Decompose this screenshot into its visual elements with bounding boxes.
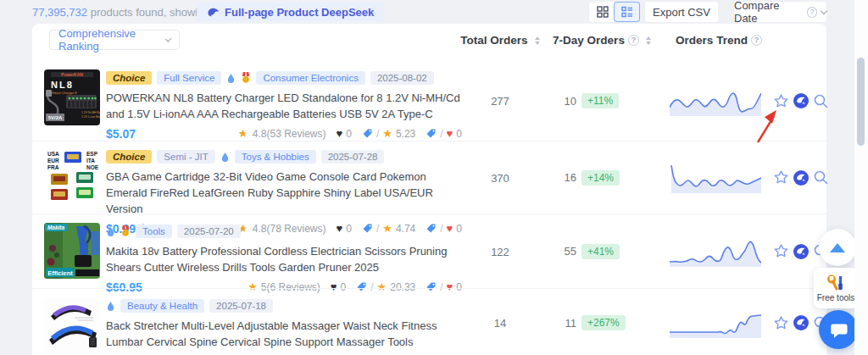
magnifier-icon	[813, 93, 829, 109]
svg-text:EUR: EUR	[47, 158, 59, 164]
orders-trend-sparkline	[670, 236, 761, 267]
deepseek-circle-icon	[793, 243, 810, 260]
category-badge[interactable]: Toys & Hobbies	[235, 150, 316, 164]
list-view-icon	[621, 6, 633, 18]
product-row: PowerKAN NL8 Smart Charger 8 5V/2A 1.2V …	[32, 61, 826, 141]
search-similar-button[interactable]	[813, 169, 829, 186]
question-icon: ?	[751, 35, 762, 46]
water-drop-icon	[106, 226, 115, 237]
product-image[interactable]: USA EUR FRA ESP ITA NOE	[44, 148, 100, 204]
deepseek-circle-icon	[793, 92, 810, 109]
7day-orders-cell: 11 +267%	[536, 315, 671, 330]
deepseek-circle-icon	[793, 169, 810, 186]
total-orders-value: 370	[456, 171, 544, 184]
export-csv-button[interactable]: Export CSV	[645, 2, 718, 22]
category-badge[interactable]: Consumer Electronics	[256, 71, 364, 85]
product-title[interactable]: Makita 18v Battery Professional Cordless…	[106, 244, 462, 276]
7day-orders-cell: 16 +14%	[536, 170, 671, 186]
date-badge: 2025-08-02	[370, 71, 434, 85]
growth-badge: +14%	[581, 170, 620, 186]
grid-view-icon	[597, 6, 609, 18]
favorite-star-button[interactable]	[773, 314, 789, 331]
svg-text:ITA: ITA	[86, 158, 95, 164]
question-icon: ?	[628, 35, 639, 46]
results-count: 77,395,732	[32, 6, 87, 19]
search-similar-button[interactable]	[813, 92, 829, 109]
svg-text:NOE: NOE	[86, 164, 99, 170]
medal-icon	[120, 225, 131, 237]
star-outline-icon	[773, 243, 789, 259]
question-icon: ?	[807, 7, 818, 18]
column-header-orders-trend: Orders Trend ?	[655, 34, 782, 47]
growth-badge: +41%	[581, 244, 620, 259]
favorite-star-button[interactable]	[773, 243, 789, 260]
svg-text:1.5V Li-ion Battery: 1.5V Li-ion Battery	[81, 115, 100, 119]
total-orders-value: 122	[456, 245, 544, 258]
deepseek-analyze-button[interactable]	[793, 169, 810, 186]
free-tools-button[interactable]: Free tools	[814, 268, 858, 308]
deepseek-circle-icon	[793, 314, 810, 331]
column-header-7day-orders[interactable]: 7-Day Orders ?	[538, 34, 665, 47]
product-row: Beauty & Health 2025-07-18 Back Stretche…	[32, 288, 826, 355]
growth-badge: +11%	[581, 93, 619, 108]
svg-text:NL8: NL8	[51, 80, 74, 90]
sort-icon[interactable]	[646, 36, 651, 45]
growth-badge: +267%	[581, 315, 626, 330]
svg-text:Smart Charger 8: Smart Charger 8	[52, 91, 77, 95]
product-table-card: Comprehensive Ranking Total Orders 7-Day…	[32, 24, 826, 355]
star-outline-icon	[773, 93, 789, 109]
deepseek-analyze-button[interactable]	[793, 92, 810, 109]
scrollbar-thumb[interactable]	[857, 58, 865, 146]
deepseek-analyze-button[interactable]	[793, 314, 810, 331]
column-header-total-orders[interactable]: Total Orders	[449, 34, 551, 47]
svg-text:Makita: Makita	[47, 225, 65, 230]
ranking-dropdown[interactable]: Comprehensive Ranking	[49, 30, 180, 50]
water-drop-icon	[220, 152, 230, 163]
grid-view-button[interactable]	[590, 3, 615, 21]
deepseek-analyze-button[interactable]	[793, 243, 810, 260]
favorite-star-button[interactable]	[773, 92, 789, 109]
product-title[interactable]: GBA Game Cartridge 32-Bit Video Game Con…	[106, 169, 462, 218]
service-badge: Semi - JIT	[157, 150, 214, 164]
back-to-top-button[interactable]	[819, 229, 856, 266]
deepseek-button[interactable]: Full-page Product DeepSeek	[197, 3, 384, 21]
tools-icon	[826, 275, 846, 291]
orders-trend-sparkline	[670, 163, 761, 193]
product-image[interactable]: PowerKAN NL8 Smart Charger 8 5V/2A 1.2V …	[44, 69, 100, 125]
date-badge: 2025-07-18	[209, 299, 273, 313]
chat-button[interactable]	[819, 310, 858, 349]
product-image[interactable]: Makita Efficient	[44, 223, 100, 279]
medal-icon	[241, 72, 251, 84]
compare-date-dropdown[interactable]: Compare Date ?	[734, 2, 826, 22]
svg-text:Efficient: Efficient	[47, 269, 73, 277]
product-row: USA EUR FRA ESP ITA NOE Choice Semi - JI…	[32, 141, 826, 214]
product-image[interactable]	[44, 297, 100, 353]
svg-text:1.2V Ni-MH Battery: 1.2V Ni-MH Battery	[81, 111, 100, 114]
star-outline-icon	[773, 169, 789, 186]
chat-bubble-icon	[829, 320, 848, 339]
product-rating: ★★ 4.8(53 Reviews) ♥0 /★5.23 /♥0	[238, 128, 462, 140]
orders-trend-sparkline	[670, 308, 761, 338]
magnifier-icon	[813, 169, 829, 186]
category-badge[interactable]: Beauty & Health	[120, 299, 204, 313]
total-orders-value: 14	[456, 317, 544, 330]
orders-tag-icon	[362, 128, 373, 139]
favorite-star-button[interactable]	[773, 169, 789, 186]
water-drop-icon	[106, 301, 115, 312]
water-drop-icon	[226, 73, 236, 84]
product-title[interactable]: POWERKAN NL8 Battery Charger LED Standal…	[106, 91, 462, 123]
product-title[interactable]: Back Stretcher Multi-Level Adjustable Ma…	[106, 319, 462, 351]
orders-tag-icon	[426, 128, 437, 139]
list-view-button[interactable]	[615, 3, 639, 21]
svg-text:PowerKAN: PowerKAN	[61, 72, 83, 77]
date-badge: 2025-07-28	[321, 150, 385, 164]
half-star-icon: ★★	[238, 128, 249, 139]
star-icon: ★	[382, 128, 392, 139]
service-badge: Full Service	[157, 71, 221, 85]
star-outline-icon	[773, 315, 789, 331]
top-bar: 77,395,732 products found, showing 600 F…	[0, 0, 868, 24]
category-badge[interactable]: Tools	[136, 225, 172, 238]
view-toggle	[589, 2, 640, 22]
wishlist-heart-icon: ♥	[336, 128, 342, 139]
svg-text:FRA: FRA	[47, 164, 59, 170]
